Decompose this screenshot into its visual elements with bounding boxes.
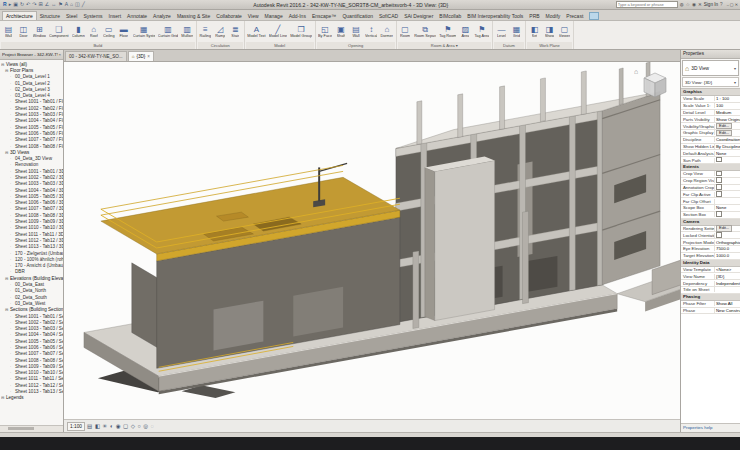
ribbon-button-railing[interactable]: ≡Railing <box>198 21 213 42</box>
close-button[interactable]: ✕ <box>735 2 738 7</box>
property-value[interactable]: Medium <box>715 110 740 115</box>
property-value[interactable]: Coordination <box>715 137 740 142</box>
ribbon-button-door[interactable]: ◫Door <box>16 21 31 42</box>
instance-selector[interactable]: 3D View: {3D} ▾ <box>682 77 739 87</box>
view-tab-inactive[interactable]: 00 - 342-KW-TY-NE_SO... <box>65 51 127 61</box>
ribbon-tab-steel[interactable]: Steel <box>63 12 80 20</box>
ribbon-button-by-face[interactable]: ◱By Face <box>317 21 334 42</box>
edit-button[interactable]: Edit... <box>716 130 732 137</box>
properties-title[interactable]: Properties <box>681 50 740 59</box>
maximize-button[interactable]: ▢ <box>730 2 734 7</box>
property-value[interactable]: Edit... <box>715 123 740 130</box>
reveal-hidden-elements-icon[interactable]: ◌ <box>151 422 154 430</box>
property-value[interactable]: 1 : 100 <box>715 96 740 101</box>
browser-item[interactable]: ·Sheet 1012 - Tab12 / Section <box>1 382 63 388</box>
property-value[interactable]: Edit... <box>715 225 740 232</box>
browser-item[interactable]: ·120 - 100% ähnlich (roh) <box>1 256 63 262</box>
ribbon-button-stair[interactable]: ≣Stair <box>228 21 243 42</box>
browser-item[interactable]: ·Sheet 1003 - Tab03 / Floor Plan <box>1 111 63 117</box>
browser-item[interactable]: ·Sheet 1009 - Tab09 / Section <box>1 363 63 369</box>
signin-user-icon[interactable]: ◉ <box>692 2 696 7</box>
ribbon-button-ceiling[interactable]: ▭Ceiling <box>101 21 116 42</box>
shadows-icon[interactable]: ◐ <box>110 422 113 430</box>
property-value[interactable]: <None> <box>715 267 740 272</box>
property-section-phasing[interactable]: Phasing <box>681 294 740 301</box>
ribbon-tab-enscape[interactable]: Enscape™ <box>309 12 339 20</box>
ribbon-button-room[interactable]: ▢Room <box>398 21 413 42</box>
show-rendering-dialog-icon[interactable]: ◉ <box>116 422 121 430</box>
revit-app-menu-icon[interactable]: R <box>3 2 7 7</box>
text-icon[interactable]: A <box>65 2 68 7</box>
detail-level-icon[interactable]: ▤ <box>87 422 92 430</box>
default-3d-view-icon[interactable]: ⌂ <box>70 2 73 7</box>
ribbon-button-set[interactable]: ◧Set <box>527 21 542 42</box>
browser-node[interactable]: ⊟Sections (Building Section) <box>1 307 63 313</box>
ribbon-tab-view[interactable]: View <box>245 12 262 20</box>
ribbon-button-roof[interactable]: ⌂Roof <box>86 21 101 42</box>
browser-item[interactable]: ·Sheet 1001 - Tab01 / Floor Plan <box>1 99 63 105</box>
property-value[interactable]: Independent <box>715 281 740 286</box>
checkbox[interactable] <box>716 171 722 177</box>
project-browser-header[interactable]: Project Browser - 342-KW-TY-NE_SOR3T8-CM… <box>0 50 63 60</box>
temporary-hide-isolate-icon[interactable]: ◎ <box>143 422 148 430</box>
ribbon-tab-add-ins[interactable]: Add-Ins <box>286 12 309 20</box>
type-selector[interactable]: ⌂ 3D View ▾ <box>682 60 739 76</box>
open-icon[interactable]: ▸ <box>9 2 12 7</box>
ribbon-tab-systems[interactable]: Systems <box>80 12 105 20</box>
property-value[interactable]: None <box>715 151 740 156</box>
property-value[interactable]: By Discipline <box>715 144 740 149</box>
browser-item[interactable]: ·Sheet 1003 - Tab03 / 3D View <box>1 181 63 187</box>
communication-center-icon[interactable]: ◍ <box>680 2 684 7</box>
crop-view-icon[interactable]: ▢ <box>123 422 128 430</box>
ribbon-group-label[interactable]: Circulation <box>198 42 243 49</box>
ribbon-button-area[interactable]: ▨Area <box>458 21 473 42</box>
browser-item[interactable]: ·Sheet 1002 - Tab02 / Floor Plan <box>1 105 63 111</box>
property-value[interactable] <box>715 191 740 198</box>
ribbon-group-label[interactable]: Opening <box>317 42 395 49</box>
ribbon-group-label[interactable]: Model <box>246 42 314 49</box>
close-icon[interactable]: × <box>147 52 150 61</box>
browser-item[interactable]: ·Sheet 1007 - Tab07 / 3D View <box>1 206 63 212</box>
browser-item[interactable]: ·Sheet 1006 - Tab06 / 3D View <box>1 200 63 206</box>
browser-item[interactable]: ·Sheet 1006 - Tab06 / Floor Plan <box>1 130 63 136</box>
browser-item[interactable]: ·Sheet 1005 - Tab05 / Section <box>1 338 63 344</box>
ribbon-tab-sai-designer[interactable]: SAi Designer <box>401 12 436 20</box>
view-tab-active[interactable]: ⌂ {3D} × <box>128 51 154 61</box>
ribbon-button-curtain-system[interactable]: ▦Curtain System <box>131 21 156 42</box>
property-section-identity-data[interactable]: Identity Data <box>681 260 740 267</box>
browser-item[interactable]: ·Sheet 1002 - Tab02 / 3D View <box>1 174 63 180</box>
aligned-dimension-icon[interactable]: ↔ <box>51 2 56 7</box>
ribbon-button-model-line[interactable]: ╱Model Line <box>267 21 289 42</box>
section-icon[interactable]: ◫ <box>75 2 80 7</box>
ribbon-button-model-group[interactable]: ❒Model Group <box>289 21 314 42</box>
property-value[interactable]: 7500.0 <box>715 246 740 251</box>
browser-item[interactable]: ·Sheet 1011 - Tab11 / 3D View <box>1 231 63 237</box>
browser-node[interactable]: ⊟Legends <box>1 395 63 401</box>
ribbon-tab-annotate[interactable]: Annotate <box>124 12 150 20</box>
ribbon-tab-manage[interactable]: Manage <box>262 12 286 20</box>
property-value[interactable] <box>715 211 740 218</box>
browser-item[interactable]: ·Sheet 1005 - Tab05 / Floor Plan <box>1 124 63 130</box>
exchange-apps-icon[interactable]: ✕ <box>698 2 702 7</box>
tag-by-category-icon[interactable]: ⚑ <box>58 2 62 7</box>
ribbon-button-grid[interactable]: ▦Grid <box>509 21 524 42</box>
property-value[interactable]: Edit... <box>715 130 740 137</box>
property-value[interactable]: 100 <box>715 103 740 108</box>
ribbon-tab-quantification[interactable]: Quantification <box>339 12 376 20</box>
ribbon-button-floor[interactable]: ▬Floor <box>116 21 131 42</box>
checkbox[interactable] <box>716 191 722 197</box>
ribbon-group-label[interactable]: Build <box>1 42 195 49</box>
browser-item[interactable]: ·Sheet 1003 - Tab03 / Section <box>1 325 63 331</box>
browser-item[interactable]: ·Sheet 1009 - Tab09 / 3D View <box>1 218 63 224</box>
browser-item[interactable]: ·Sheet 1004 - Tab04 / Section <box>1 332 63 338</box>
ribbon-tab-massing-site[interactable]: Massing & Site <box>174 12 213 20</box>
property-value[interactable]: 1000.0 <box>715 253 740 258</box>
browser-item[interactable]: ·Sheet 1005 - Tab05 / 3D View <box>1 193 63 199</box>
property-value[interactable] <box>715 157 740 164</box>
property-value[interactable]: Show All <box>715 301 740 306</box>
browser-item[interactable]: ·Sheet 1012 - Tab12 / 3D View <box>1 237 63 243</box>
ribbon-button-level[interactable]: ―Level <box>494 21 509 42</box>
edit-button[interactable]: Edit... <box>716 123 732 130</box>
property-value[interactable]: {3D} <box>715 274 740 279</box>
print-icon[interactable]: ⊞ <box>38 2 42 7</box>
